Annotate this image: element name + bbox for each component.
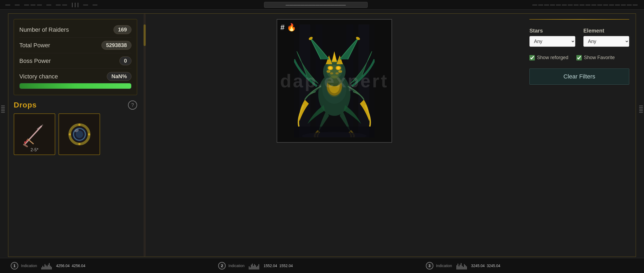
chart-bar [249,266,250,270]
boss-power-value: 0 [119,56,131,65]
boss-icons: # 🔥 [280,23,296,32]
element-select[interactable]: Any Fire Water Earth Wind Light Dark [583,36,629,47]
total-power-value: 5293838 [101,41,131,50]
svg-point-42 [329,65,340,78]
element-label: Element [583,28,629,34]
left-panel-scrollbar[interactable] [144,14,146,257]
raiders-row: Number of Raiders 169 [19,22,131,38]
show-favorite-checkbox[interactable] [576,55,582,60]
drops-grid: 2-5* [14,113,137,155]
chart-bar [49,263,50,270]
indicator-1-text: Indication [21,264,37,268]
victory-label: Victory chance [19,73,58,80]
chart-bar [251,265,252,270]
boss-container: # 🔥 dap.expert [277,19,392,143]
chart-bar [460,265,460,270]
chart-bar [257,266,258,270]
top-bar-right-deco: —————————————————— [532,2,639,8]
chart-bar [250,267,251,270]
filter-dropdowns-row: Stars Any 1 2 3 4 5 Element Any Fire Wat… [529,28,629,47]
chart-bar [46,265,46,270]
chart-bar [258,264,259,270]
stars-filter-group: Stars Any 1 2 3 4 5 [529,28,575,47]
shield-ring-icon [66,121,93,148]
total-power-label: Total Power [19,42,50,49]
stats-box: Number of Raiders 169 Total Power 529383… [14,19,137,95]
indicator-1-values: 4256.04 4256.04 [56,264,85,268]
indicator-1-chart [41,262,52,270]
deco-line [1,107,5,108]
victory-value: NaN% [107,72,131,81]
bottom-indicator-3: 3 Indication 3245.04 3245.04 [426,262,633,270]
indicator-1-circle: 1 [11,262,18,270]
stars-select[interactable]: Any 1 2 3 4 5 [529,36,575,47]
chart-bar [47,266,47,270]
indicator-3-circle: 3 [426,262,433,270]
raiders-label: Number of Raiders [19,26,69,33]
indicator-2-circle: 2 [218,262,226,270]
deco-line [639,109,643,110]
clear-filters-button[interactable]: Clear Filters [529,69,629,85]
checkboxes-row: Show reforged Show Favorite [529,55,629,60]
boss-fire-icon: 🔥 [287,23,296,32]
chart-bar [465,265,466,270]
show-favorite-checkbox-item[interactable]: Show Favorite [576,55,615,60]
boss-power-row: Boss Power 0 [19,53,131,69]
svg-rect-17 [358,24,369,137]
chart-bar [461,263,462,270]
indicator-2-chart [249,262,259,270]
top-bar-search[interactable]: ———————————————— [264,2,368,8]
show-reforged-label: Show reforged [537,55,568,60]
deco-line [1,106,5,106]
deco-line [639,112,643,113]
drops-header: Drops ? [14,100,137,110]
chart-bar [463,267,464,270]
drops-help-button[interactable]: ? [128,100,137,110]
gold-divider-top [529,19,629,20]
svg-line-1 [28,139,33,144]
bottom-indicator-2: 2 Indication 1552.04 1552.04 [218,262,426,270]
indicator-2-values: 1552.04 1552.04 [264,264,293,268]
chart-bar [50,266,51,270]
svg-line-0 [25,126,41,144]
chart-bar [253,266,254,270]
drop-item-2[interactable] [58,113,100,155]
deco-line [1,110,5,111]
chart-bar [252,264,253,270]
boss-power-label: Boss Power [19,58,51,64]
chart-bar [459,266,459,270]
indicator-3-values: 3245.04 3245.04 [471,264,500,268]
svg-point-14 [88,133,90,135]
drops-section: Drops ? [14,100,137,155]
show-reforged-checkbox-item[interactable]: Show reforged [529,55,568,60]
deco-line [639,110,643,111]
indicator-3-text: Indication [436,264,452,268]
chart-bar [458,264,458,270]
svg-point-11 [78,124,80,126]
chart-bar [42,266,43,270]
svg-point-13 [69,133,71,135]
chart-bar [254,264,255,270]
boss-image-area [277,20,391,142]
drop-item-1[interactable]: 2-5* [14,113,55,155]
indicator-2-text: Indication [228,264,244,268]
sword-icon [21,121,48,148]
element-filter-group: Element Any Fire Water Earth Wind Light … [583,28,629,47]
svg-rect-16 [299,24,310,137]
scroll-thumb [144,24,146,46]
bottom-bar: 1 Indication 4256.04 4256.04 2 Indicatio… [0,258,644,273]
svg-point-4 [26,140,28,141]
side-decoration-left [0,105,6,114]
center-panel: # 🔥 dap.expert [146,14,523,257]
victory-row: Victory chance NaN% [19,69,131,92]
chart-bar [462,266,463,270]
svg-rect-19 [346,24,353,137]
chart-bar [256,267,257,270]
chart-bar [41,267,42,270]
deco-line [1,112,5,113]
drops-title: Drops [14,101,37,109]
show-reforged-checkbox[interactable] [529,55,535,60]
deco-line [1,109,5,110]
drop-item-1-label: 2-5* [31,148,38,152]
progress-bar-background [19,83,131,89]
